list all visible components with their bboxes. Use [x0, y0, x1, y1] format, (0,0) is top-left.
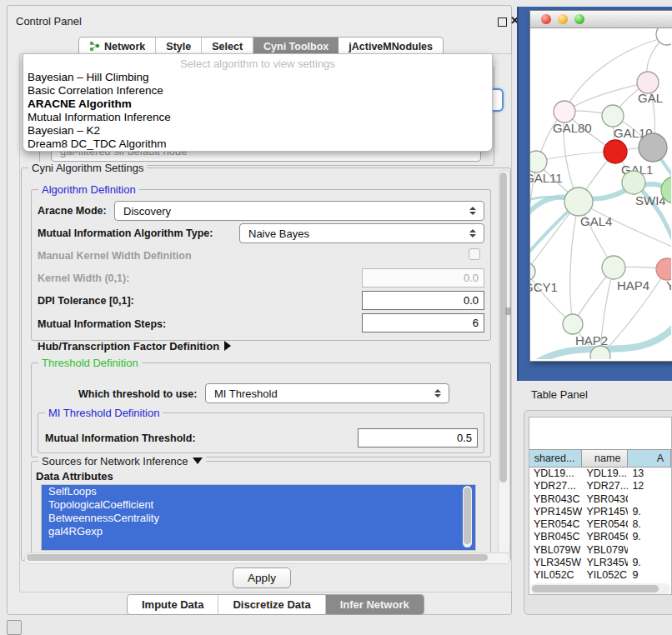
table-row[interactable]: YBR045CYBR045C9. — [529, 531, 671, 543]
table-cell: 13 — [628, 468, 671, 480]
network-node[interactable] — [639, 133, 667, 162]
mi-type-combo[interactable]: Naive Bayes — [239, 223, 484, 243]
algorithm-option[interactable]: Bayesian – Hill Climbing — [23, 71, 492, 84]
bottom-tab-infer-network[interactable]: Infer Network — [326, 595, 424, 614]
network-node-hap2[interactable] — [563, 314, 583, 334]
algorithm-option[interactable]: Basic Correlation Inference — [23, 84, 492, 98]
column-header-shared[interactable]: shared... — [529, 449, 582, 468]
table-cell: YBR043C — [529, 493, 582, 506]
tab-style[interactable]: Style — [156, 38, 202, 55]
manual-kernel-checkbox[interactable] — [469, 248, 480, 260]
column-header-a[interactable]: A — [628, 449, 671, 468]
mi-threshold-label: Mutual Information Threshold: — [45, 432, 196, 444]
table-row[interactable]: YBL079WYBL079W — [529, 544, 671, 557]
cyni-algorithm-settings-title: Cyni Algorithm Settings — [28, 162, 147, 174]
tab-label: Network — [104, 41, 145, 52]
dpi-tolerance-label: DPI Tolerance [0,1]: — [38, 295, 134, 307]
table-row[interactable]: YDR27...YDR27...12 — [529, 480, 671, 492]
settings-vertical-scrollbar[interactable] — [498, 170, 510, 554]
attribute-item[interactable]: gal4RGexp — [42, 525, 475, 538]
network-node-gal11[interactable] — [530, 151, 547, 172]
algorithm-option[interactable]: Bayesian – K2 — [23, 124, 492, 138]
table-horizontal-scrollbar[interactable] — [530, 583, 670, 594]
table-cell: YIL052C — [529, 569, 582, 582]
table-row[interactable]: YIL052CYIL052C9 — [529, 569, 671, 582]
algorithm-definition-title: Algorithm Definition — [38, 183, 139, 196]
bottom-tab-discretize-data[interactable]: Discretize Data — [218, 595, 325, 614]
aracne-mode-label: Aracne Mode: — [38, 205, 107, 217]
table-row[interactable]: YLR345WYLR345W9. — [529, 557, 671, 569]
table-cell: YLR345W — [529, 557, 582, 569]
attributes-scrollbar[interactable] — [463, 486, 472, 548]
which-threshold-label: Which threshold to use: — [78, 388, 197, 400]
table-header-row: shared...nameA — [529, 449, 671, 468]
algorithm-dropdown-prompt: Select algorithm to view settings — [23, 58, 492, 70]
manual-kernel-label: Manual Kernel Width Definition — [38, 250, 192, 262]
algorithm-option[interactable]: Mutual Information Inference — [23, 111, 492, 124]
tab-label: Select — [212, 41, 243, 52]
bottom-tab-impute-data[interactable]: Impute Data — [128, 595, 218, 614]
network-node-gcy1[interactable] — [530, 262, 535, 281]
mi-threshold-field[interactable]: 0.5 — [358, 428, 478, 448]
tab-cyni-toolbox[interactable]: Cyni Toolbox — [253, 38, 339, 55]
node-label: GAL4 — [580, 214, 612, 228]
mi-threshold-title: MI Threshold Definition — [45, 407, 163, 419]
combo-stepper-icon — [466, 229, 484, 238]
control-panel: Control Panel ✕ NetworkStyleSelectCyni T… — [7, 5, 512, 615]
attribute-item[interactable]: SelfLoops — [42, 485, 475, 498]
table-row[interactable]: YER054CYER054C8. — [529, 518, 671, 531]
table-cell: YER054C — [529, 518, 582, 531]
table-row[interactable]: YPR145WYPR145W9. — [529, 506, 671, 518]
attribute-item[interactable]: TopologicalCoefficient — [42, 498, 475, 512]
minimized-panel-icon[interactable] — [7, 620, 22, 635]
network-node-gal1[interactable] — [604, 140, 627, 163]
table-cell: YBR043C — [582, 493, 628, 506]
window-zoom-icon[interactable] — [574, 14, 584, 24]
algorithm-dropdown-list: Bayesian – Hill ClimbingBasic Correlatio… — [23, 71, 492, 151]
kernel-width-field[interactable]: 0.0 — [362, 268, 484, 288]
network-node-y[interactable] — [656, 258, 671, 280]
table-panel-title: Table Panel — [531, 388, 588, 401]
combo-stepper-icon — [466, 207, 484, 215]
table-row[interactable]: YBR043CYBR043C — [529, 493, 671, 506]
tab-label: jActiveMNodules — [349, 41, 433, 52]
window-minimize-icon[interactable] — [558, 14, 568, 24]
column-header-name[interactable]: name — [582, 449, 628, 468]
network-canvas[interactable]: GALGAL80GAL10GAL1GAL11SWI4GAL4GCY1HAP4YH… — [530, 28, 671, 359]
node-table: shared...nameA YDL19...YDL19...13YDR27..… — [529, 417, 672, 595]
aracne-mode-combo[interactable]: Discovery — [114, 201, 484, 221]
window-close-icon[interactable] — [541, 14, 551, 24]
tab-network[interactable]: Network — [79, 38, 156, 55]
network-node-gal4[interactable] — [564, 188, 593, 216]
network-node-gal80[interactable] — [554, 101, 575, 122]
float-panel-icon[interactable] — [498, 18, 507, 27]
network-edge[interactable] — [570, 202, 579, 324]
node-label: GAL — [638, 91, 663, 105]
attribute-item[interactable]: BetweennessCentrality — [42, 512, 475, 525]
tab-label: Style — [166, 41, 191, 52]
hub-definition-toggle[interactable]: Hub/Transcription Factor Definition — [38, 340, 231, 352]
dpi-tolerance-field[interactable]: 0.0 — [362, 291, 484, 310]
node-label: HAP2 — [575, 333, 608, 348]
network-node[interactable] — [656, 28, 671, 45]
panel-splitter-handle[interactable] — [505, 308, 511, 315]
table-cell: YBR045C — [529, 531, 582, 543]
network-node-gal10[interactable] — [602, 105, 624, 127]
mi-steps-field[interactable]: 6 — [362, 313, 484, 332]
network-window-titlebar[interactable] — [530, 11, 672, 28]
table-cell: YBR045C — [582, 531, 628, 543]
which-threshold-combo[interactable]: MI Threshold — [205, 383, 449, 403]
attribute-item[interactable] — [42, 538, 475, 551]
network-node-swi4[interactable] — [622, 171, 645, 194]
table-cell: YBL079W — [529, 544, 582, 557]
algorithm-option[interactable]: ARACNE Algorithm — [23, 98, 492, 111]
network-icon — [89, 41, 100, 52]
data-attributes-list[interactable]: SelfLoopsTopologicalCoefficientBetweenne… — [41, 484, 476, 551]
algorithm-option[interactable]: Dream8 DC_TDC Algorithm — [23, 138, 492, 151]
network-node-hap4[interactable] — [602, 256, 625, 279]
settings-horizontal-scrollbar[interactable] — [24, 552, 510, 564]
apply-button[interactable]: Apply — [233, 568, 291, 588]
tab-jactivemnodules[interactable]: jActiveMNodules — [339, 38, 443, 55]
table-row[interactable]: YDL19...YDL19...13 — [529, 468, 671, 480]
tab-select[interactable]: Select — [202, 38, 253, 55]
